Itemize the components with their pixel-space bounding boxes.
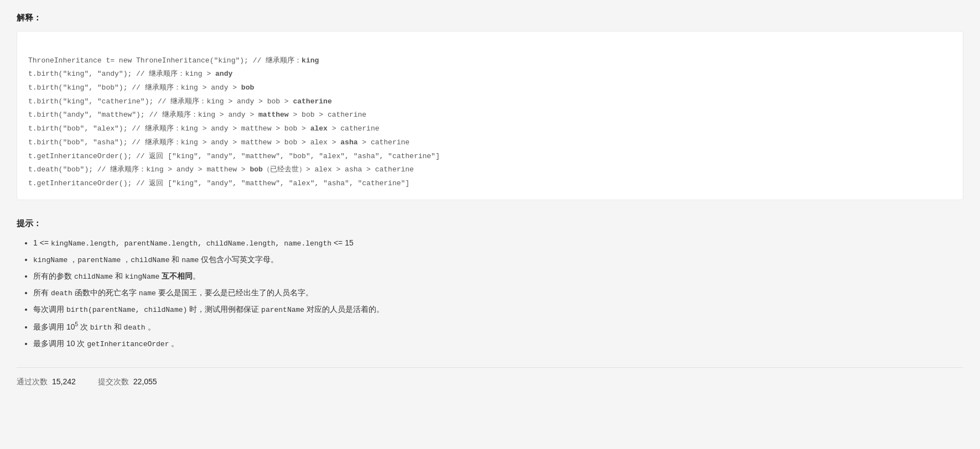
hints-list: 1 <= kingName.length, parentName.length,… bbox=[17, 237, 963, 351]
hint-item-3: 所有的参数 childName 和 kingName 互不相同。 bbox=[33, 270, 963, 283]
pass-count-item: 通过次数 15,242 bbox=[17, 375, 76, 388]
hint-5-text: 每次调用 birth(parentName, childName) 时，测试用例… bbox=[33, 305, 384, 314]
hint-4-code1: death bbox=[51, 289, 72, 297]
code-line-8: t.getInheritanceOrder(); // 返回 ["king", … bbox=[28, 152, 440, 160]
footer-stats: 通过次数 15,242 提交次数 22,055 bbox=[17, 367, 963, 388]
hint-2-code: kingName bbox=[33, 256, 68, 264]
hint-item-1: 1 <= kingName.length, parentName.length,… bbox=[33, 237, 963, 250]
hint-3-code1: childName bbox=[74, 273, 113, 281]
hint-item-5: 每次调用 birth(parentName, childName) 时，测试用例… bbox=[33, 303, 963, 316]
code-line-3: t.birth("king", "bob"); // 继承顺序：king > a… bbox=[28, 83, 254, 92]
hint-item-7: 最多调用 10 次 getInheritanceOrder 。 bbox=[33, 337, 963, 351]
submit-count-label: 提交次数 bbox=[98, 375, 129, 388]
hint-7-code: getInheritanceOrder bbox=[87, 340, 169, 348]
code-block: ThroneInheritance t= new ThroneInheritan… bbox=[17, 31, 963, 200]
hint-2-code2: parentName bbox=[77, 256, 121, 264]
explanation-section: 解释： ThroneInheritance t= new ThroneInher… bbox=[17, 11, 963, 200]
hint-7-text: 最多调用 10 次 getInheritanceOrder 。 bbox=[33, 339, 179, 348]
hint-3-code2: kingName bbox=[125, 273, 159, 281]
hints-section: 提示： 1 <= kingName.length, parentName.len… bbox=[17, 217, 963, 351]
code-line-7: t.birth("bob", "asha"); // 继承顺序：king > a… bbox=[28, 138, 409, 147]
hint-4-code2: name bbox=[139, 289, 156, 297]
code-line-4: t.birth("king", "catherine"); // 继承顺序：ki… bbox=[28, 97, 332, 106]
code-line-5: t.birth("andy", "matthew"); // 继承顺序：king… bbox=[28, 111, 366, 119]
explanation-title: 解释： bbox=[17, 11, 963, 24]
code-line-10: t.getInheritanceOrder(); // 返回 ["king", … bbox=[28, 179, 409, 187]
hint-item-4: 所有 death 函数中的死亡名字 name 要么是国王，要么是已经出生了的人员… bbox=[33, 286, 963, 300]
hint-2-code4: name bbox=[182, 256, 199, 264]
hint-item-6: 最多调用 105 次 birth 和 death 。 bbox=[33, 320, 963, 334]
hint-1-code: kingName.length, parentName.length, chil… bbox=[51, 239, 331, 248]
hint-6-code2: death bbox=[124, 323, 146, 332]
hint-6-sup: 5 bbox=[75, 321, 78, 327]
hint-6-code1: birth bbox=[90, 323, 112, 332]
hint-4-text: 所有 death 函数中的死亡名字 name 要么是国王，要么是已经出生了的人员… bbox=[33, 288, 313, 297]
page-container: 解释： ThroneInheritance t= new ThroneInher… bbox=[0, 0, 980, 449]
pass-count-value: 15,242 bbox=[52, 375, 76, 388]
code-line-2: t.birth("king", "andy"); // 继承顺序：king > … bbox=[28, 70, 232, 78]
hint-5-code1: birth(parentName, childName) bbox=[66, 306, 187, 314]
hint-3-bold: 互不相同 bbox=[162, 272, 193, 280]
code-line-1: ThroneInheritance t= new ThroneInheritan… bbox=[28, 56, 319, 65]
submit-count-value: 22,055 bbox=[133, 375, 157, 388]
hint-2-text: kingName ，parentName ，childName 和 name 仅… bbox=[33, 255, 278, 264]
hint-1-text: 1 <= kingName.length, parentName.length,… bbox=[33, 238, 354, 247]
hint-5-code2: parentName bbox=[261, 306, 304, 314]
pass-count-label: 通过次数 bbox=[17, 375, 48, 388]
code-line-9: t.death("bob"); // 继承顺序：king > andy > ma… bbox=[28, 165, 414, 174]
code-line-6: t.birth("bob", "alex"); // 继承顺序：king > a… bbox=[28, 124, 380, 133]
hint-6-text: 最多调用 105 次 birth 和 death 。 bbox=[33, 322, 155, 331]
hint-item-2: kingName ，parentName ，childName 和 name 仅… bbox=[33, 253, 963, 267]
submit-count-item: 提交次数 22,055 bbox=[98, 375, 157, 388]
hint-2-code3: childName bbox=[131, 256, 169, 264]
hints-title: 提示： bbox=[17, 217, 963, 230]
hint-3-text: 所有的参数 childName 和 kingName 互不相同。 bbox=[33, 272, 200, 280]
